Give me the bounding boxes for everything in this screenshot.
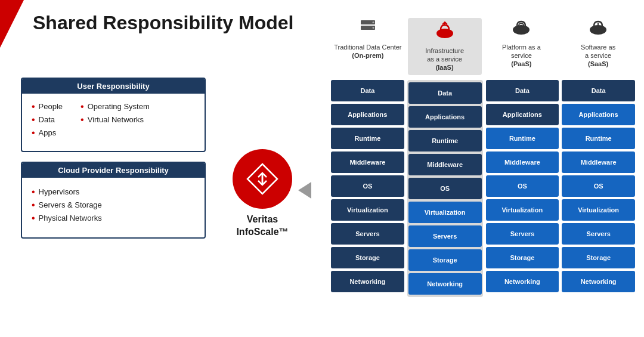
user-list-col2: Operating System Virtual Networks — [80, 102, 150, 141]
col-header-paas: Platform as aservice(PaaS) — [485, 18, 559, 75]
server-icon — [333, 18, 402, 41]
cloud-item-servers: Servers & Storage — [32, 200, 195, 210]
cell-iaas-applications: Applications — [408, 106, 482, 128]
col-header-saas: Software asa service(SaaS) — [561, 18, 635, 75]
cell-onprem-middleware: Middleware — [331, 152, 404, 173]
grid-body: Data Applications Runtime Middleware OS … — [331, 80, 635, 297]
cell-paas-virtualization: Virtualization — [486, 199, 559, 221]
user-responsibility-header: User Responsibility — [22, 79, 205, 94]
cell-paas-storage: Storage — [486, 247, 559, 268]
veritas-svg-icon — [244, 161, 280, 197]
cloud-item-hypervisors: Hypervisors — [32, 187, 195, 197]
cell-onprem-networking: Networking — [331, 271, 404, 292]
cloud-iaas-icon — [410, 21, 479, 44]
cloud-responsibility-box: Cloud Provider Responsibility Hypervisor… — [21, 162, 206, 239]
cell-paas-runtime: Runtime — [486, 128, 559, 149]
left-panel: User Responsibility People Data Apps Ope… — [21, 78, 206, 248]
grid-col-paas: Data Applications Runtime Middleware OS … — [486, 80, 559, 297]
cell-onprem-storage: Storage — [331, 247, 404, 268]
cell-paas-applications: Applications — [486, 104, 559, 125]
user-list-col1: People Data Apps — [32, 102, 63, 141]
user-responsibility-box: User Responsibility People Data Apps Ope… — [21, 78, 206, 152]
cell-paas-os: OS — [486, 175, 559, 197]
cell-saas-virtualization: Virtualization — [562, 199, 635, 221]
cell-iaas-runtime: Runtime — [408, 130, 482, 152]
col-header-saas-label: Software asa service(SaaS) — [581, 44, 615, 68]
red-triangle-decoration — [0, 0, 24, 48]
page-title: Shared Responsibility Model — [33, 12, 293, 34]
cell-paas-middleware: Middleware — [486, 152, 559, 173]
veritas-circle-icon — [233, 149, 292, 209]
cell-iaas-servers: Servers — [408, 225, 482, 247]
user-item-data: Data — [32, 115, 63, 125]
cell-iaas-os: OS — [408, 178, 482, 199]
cell-paas-servers: Servers — [486, 223, 559, 245]
responsibility-grid: Traditional Data Center(On-prem) Infrast… — [331, 18, 635, 297]
user-item-vnet: Virtual Networks — [80, 115, 150, 125]
user-item-apps: Apps — [32, 128, 63, 138]
cell-saas-servers: Servers — [562, 223, 635, 245]
cell-saas-runtime: Runtime — [562, 128, 635, 149]
cell-saas-os: OS — [562, 175, 635, 197]
cloud-item-networks: Physical Networks — [32, 214, 195, 223]
cell-saas-storage: Storage — [562, 247, 635, 268]
col-header-onprem: Traditional Data Center(On-prem) — [331, 18, 405, 75]
svg-point-6 — [372, 27, 374, 29]
cloud-saas-icon — [564, 18, 633, 41]
veritas-name-label: VeritasInfoScale™ — [233, 214, 292, 239]
cell-iaas-data: Data — [408, 82, 482, 104]
cell-paas-networking: Networking — [486, 271, 559, 292]
cell-onprem-data: Data — [331, 80, 404, 101]
cell-onprem-runtime: Runtime — [331, 128, 404, 149]
cell-onprem-os: OS — [331, 175, 404, 197]
grid-col-iaas: Data Applications Runtime Middleware OS … — [407, 80, 483, 297]
grid-col-saas: Data Applications Runtime Middleware OS … — [562, 80, 635, 297]
cell-onprem-applications: Applications — [331, 104, 404, 125]
cell-saas-networking: Networking — [562, 271, 635, 292]
cell-saas-middleware: Middleware — [562, 152, 635, 173]
cell-saas-applications: Applications — [562, 104, 635, 125]
cloud-list: Hypervisors Servers & Storage Physical N… — [32, 184, 195, 230]
grid-col-onprem: Data Applications Runtime Middleware OS … — [331, 80, 404, 297]
col-header-onprem-label: Traditional Data Center(On-prem) — [334, 44, 401, 59]
veritas-logo: VeritasInfoScale™ — [233, 149, 292, 239]
col-header-iaas: Infrastructureas a service(IaaS) — [408, 18, 482, 75]
cell-onprem-virtualization: Virtualization — [331, 199, 404, 221]
svg-point-7 — [436, 29, 453, 38]
cell-saas-data: Data — [562, 80, 635, 101]
cell-iaas-middleware: Middleware — [408, 154, 482, 175]
col-header-paas-label: Platform as aservice(PaaS) — [502, 44, 541, 68]
arrow-left-icon — [298, 182, 311, 199]
cell-iaas-networking: Networking — [408, 273, 482, 295]
user-item-os: Operating System — [80, 102, 150, 112]
grid-headers: Traditional Data Center(On-prem) Infrast… — [331, 18, 635, 75]
svg-point-5 — [372, 21, 374, 23]
cloud-responsibility-header: Cloud Provider Responsibility — [22, 163, 205, 178]
user-item-people: People — [32, 102, 63, 112]
cloud-paas-icon — [487, 18, 556, 41]
col-header-iaas-label: Infrastructureas a service(IaaS) — [425, 47, 464, 72]
cell-iaas-storage: Storage — [408, 249, 482, 271]
cell-paas-data: Data — [486, 80, 559, 101]
svg-point-11 — [521, 25, 522, 27]
cell-iaas-virtualization: Virtualization — [408, 202, 482, 223]
cell-onprem-servers: Servers — [331, 223, 404, 245]
